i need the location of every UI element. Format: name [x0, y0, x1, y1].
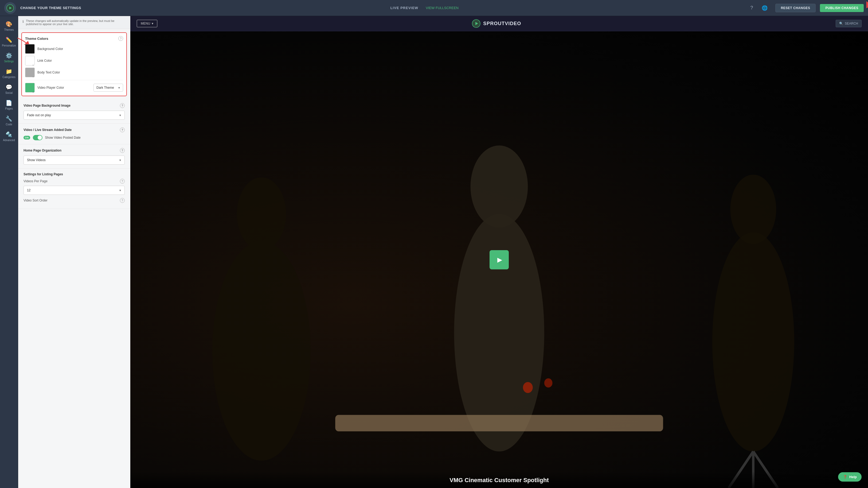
theme-colors-header: Theme Colors ?	[25, 36, 123, 41]
sidebar-themes-label: Themes	[4, 28, 13, 31]
video-player-theme-select[interactable]: Dark Theme Light Theme Custom	[93, 84, 123, 92]
body-text-color-row: Body Text Color	[25, 67, 123, 77]
video-scene: VMG Cinematic Customer Spotlight	[130, 31, 868, 488]
video-bg-section-header: Video Page Background Image ?	[24, 103, 125, 108]
view-fullscreen-link[interactable]: VIEW FULLSCREEN	[426, 6, 459, 10]
sidebar-code-label: Code	[6, 123, 12, 126]
preview-search-bar[interactable]: 🔍 SEARCH	[836, 20, 862, 27]
search-icon: 🔍	[839, 22, 843, 25]
videos-per-page-select[interactable]: 12 24 36 48	[24, 186, 125, 195]
advanced-icon: 🔩	[6, 131, 12, 138]
background-color-row: Background Color	[25, 44, 123, 54]
sidebar-item-personalize[interactable]: ✏️ Personalize	[0, 34, 18, 50]
toggle-thumb	[38, 136, 42, 140]
categories-icon: 📁	[6, 68, 12, 75]
link-color-row: Link Color	[25, 56, 123, 65]
svg-point-7	[237, 177, 286, 251]
home-page-help-icon[interactable]: ?	[120, 148, 125, 153]
sidebar-item-categories[interactable]: 📁 Categories	[0, 65, 18, 81]
preview-menu-button[interactable]: MENU ▾	[137, 20, 157, 27]
home-page-title: Home Page Organization	[24, 149, 61, 152]
videos-per-page-label: Videos Per Page	[24, 179, 48, 183]
themes-icon: 🎨	[6, 21, 12, 27]
sidebar-item-advanced[interactable]: 🔩 Advanced	[0, 128, 18, 144]
preview-menu-label: MENU	[141, 22, 150, 25]
home-page-select-wrapper: Show Videos Show Categories Show Feature…	[24, 155, 125, 165]
help-icon-button[interactable]: ?	[748, 4, 756, 12]
video-bg-title: Video Page Background Image	[24, 104, 70, 108]
settings-icon: ⚙️	[6, 52, 12, 59]
personalize-icon: ✏️	[6, 37, 12, 43]
pages-icon: 📄	[6, 100, 12, 106]
videos-per-page-help-icon[interactable]: ?	[120, 179, 125, 183]
topbar-icons: ? 🌐	[748, 4, 769, 12]
code-icon: 🔧	[6, 115, 12, 122]
help-icon: ❓	[843, 475, 847, 479]
help-label: Help	[849, 475, 857, 479]
svg-point-6	[212, 241, 311, 460]
video-bg-section: Video Page Background Image ? Fade out o…	[18, 99, 130, 124]
show-video-date-toggle[interactable]	[33, 135, 42, 140]
video-sort-label: Video Sort Order	[24, 199, 48, 202]
video-sort-help-icon[interactable]: ?	[120, 198, 125, 203]
sidebar-item-code[interactable]: 🔧 Code	[0, 113, 18, 128]
settings-panel: ℹ These changes will automatically updat…	[18, 16, 130, 488]
preview-brand: SPROUTVIDEO	[472, 19, 521, 28]
settings-info-text: These changes will automatically update …	[26, 19, 126, 26]
sidebar-pages-label: Pages	[5, 107, 12, 110]
social-icon: 💬	[6, 84, 12, 90]
preview-video-title: VMG Cinematic Customer Spotlight	[137, 477, 862, 484]
sidebar-settings-label: Settings	[4, 60, 13, 63]
menu-chevron-icon: ▾	[152, 22, 153, 25]
video-player-theme-select-wrapper: Dark Theme Light Theme Custom	[93, 84, 123, 92]
home-page-select[interactable]: Show Videos Show Categories Show Feature…	[24, 155, 125, 165]
preview-brand-icon	[472, 19, 480, 28]
video-player-color-label: Video Player Color	[37, 86, 91, 89]
sidebar-advanced-label: Advanced	[3, 139, 15, 142]
topbar-title: CHANGE YOUR THEME SETTINGS	[20, 6, 301, 10]
publish-changes-button[interactable]: PUBLISH CHANGES	[820, 4, 864, 12]
video-date-section: Video / Live Stream Added Date ? ON Show…	[18, 124, 130, 144]
body-text-color-swatch[interactable]	[25, 67, 35, 77]
preview-area: MENU ▾ SPROUTVIDEO 🔍 SEARCH	[130, 16, 868, 488]
sidebar-item-social[interactable]: 💬 Social	[0, 81, 18, 97]
preview-search-placeholder: SEARCH	[845, 22, 858, 25]
reset-changes-button[interactable]: RESET CHANGES	[775, 4, 816, 12]
video-player-color-swatch[interactable]	[25, 83, 35, 92]
svg-rect-12	[335, 415, 663, 432]
sidebar-item-settings[interactable]: ⚙️ Settings	[0, 50, 18, 65]
video-date-toggle-row: ON Show Video Posted Date	[24, 135, 125, 140]
video-date-title: Video / Live Stream Added Date	[24, 128, 71, 132]
videos-per-page-select-wrapper: 12 24 36 48	[24, 186, 125, 195]
sidebar-personalize-label: Personalize	[2, 44, 16, 47]
svg-point-9	[471, 145, 528, 228]
body-text-color-label: Body Text Color	[37, 70, 60, 74]
video-title-bar: VMG Cinematic Customer Spotlight	[130, 471, 868, 488]
sidebar-nav: 🎨 Themes ✏️ Personalize ⚙️ Settings 📁 Ca…	[0, 16, 18, 488]
sidebar-item-themes[interactable]: 🎨 Themes	[0, 18, 18, 34]
svg-point-10	[712, 232, 794, 451]
toggle-on-badge: ON	[24, 136, 30, 140]
video-bg-select-wrapper: Fade out on play Always show Never show	[24, 111, 125, 120]
theme-colors-section: Theme Colors ? Background Color Link Col…	[21, 32, 127, 96]
link-color-swatch[interactable]	[25, 56, 35, 65]
background-color-swatch[interactable]	[25, 44, 35, 54]
sidebar-social-label: Social	[5, 91, 12, 94]
preview-site: MENU ▾ SPROUTVIDEO 🔍 SEARCH	[130, 16, 868, 488]
settings-info-notice: ℹ These changes will automatically updat…	[18, 16, 130, 29]
theme-colors-help-icon[interactable]: ?	[118, 36, 123, 41]
help-button[interactable]: ❓ Help	[838, 472, 862, 482]
video-date-section-header: Video / Live Stream Added Date ?	[24, 127, 125, 132]
video-bg-help-icon[interactable]: ?	[120, 103, 125, 108]
svg-point-13	[523, 382, 533, 393]
svg-point-14	[544, 378, 553, 387]
video-bg-select[interactable]: Fade out on play Always show Never show	[24, 111, 125, 120]
globe-icon-button[interactable]: 🌐	[761, 4, 769, 12]
preview-brand-name: SPROUTVIDEO	[483, 21, 521, 26]
preview-play-button[interactable]	[490, 250, 509, 269]
link-color-label: Link Color	[37, 59, 52, 62]
app-logo	[4, 2, 16, 14]
sidebar-item-pages[interactable]: 📄 Pages	[0, 97, 18, 113]
home-page-section: Home Page Organization ? Show Videos Sho…	[18, 144, 130, 169]
video-date-help-icon[interactable]: ?	[120, 127, 125, 132]
